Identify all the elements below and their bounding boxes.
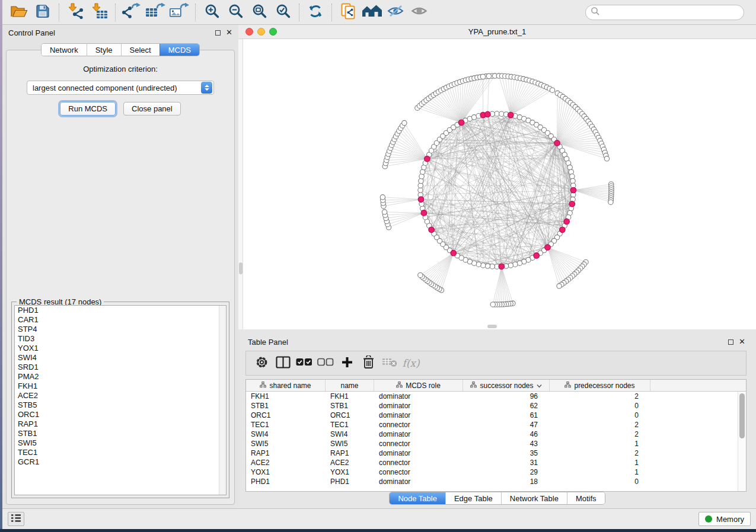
function-builder-button[interactable]: f(x) xyxy=(401,353,420,373)
mcds-hub-node[interactable] xyxy=(569,201,575,207)
mcds-hub-node[interactable] xyxy=(499,264,505,270)
satellite-node[interactable] xyxy=(604,156,609,161)
table-row[interactable]: YOX1YOX1connector291 xyxy=(246,467,746,477)
mcds-result-item[interactable]: SWI4 xyxy=(15,353,226,363)
table-row[interactable]: PHD1PHD1dominator180 xyxy=(246,477,746,486)
satellite-node[interactable] xyxy=(608,200,613,204)
network-left-scrollbar[interactable] xyxy=(238,39,243,329)
table-row[interactable]: TEC1TEC1connector472 xyxy=(246,420,746,430)
export-image-button[interactable] xyxy=(168,2,190,23)
mcds-result-item[interactable]: PHD1 xyxy=(15,306,226,315)
network-node[interactable] xyxy=(418,183,423,188)
close-panel-icon[interactable]: ✕ xyxy=(226,30,232,36)
column-header-shared-name[interactable]: shared name xyxy=(246,380,326,391)
mcds-list-scrollbar[interactable] xyxy=(219,306,226,495)
memory-button[interactable]: Memory xyxy=(698,512,751,526)
column-header-successor-nodes[interactable]: successor nodes xyxy=(463,380,550,391)
deselect-all-button[interactable] xyxy=(316,353,335,373)
satellite-node[interactable] xyxy=(557,284,562,289)
mcds-result-item[interactable]: STB1 xyxy=(15,429,226,438)
show-columns-button[interactable] xyxy=(273,353,292,373)
maximize-window-dot[interactable] xyxy=(269,28,277,36)
hide-style-button[interactable] xyxy=(385,2,406,23)
mcds-result-item[interactable]: SRD1 xyxy=(15,363,226,372)
network-node[interactable] xyxy=(481,263,486,268)
zoom-out-button[interactable] xyxy=(225,2,246,23)
satellite-node[interactable] xyxy=(550,88,554,92)
network-node[interactable] xyxy=(418,188,423,193)
import-network-button[interactable] xyxy=(65,2,86,23)
search-input[interactable] xyxy=(600,7,744,18)
zoom-selected-button[interactable] xyxy=(272,2,294,23)
satellite-node[interactable] xyxy=(418,273,423,277)
mcds-hub-node[interactable] xyxy=(564,219,570,225)
show-hidden-button[interactable] xyxy=(409,2,430,23)
mcds-result-item[interactable]: SWI5 xyxy=(15,438,226,448)
search-box[interactable] xyxy=(585,5,744,20)
mcds-result-item[interactable]: TEC1 xyxy=(15,448,226,457)
tab-edge-table[interactable]: Edge Table xyxy=(445,492,501,504)
satellite-node[interactable] xyxy=(380,195,385,200)
minimize-window-dot[interactable] xyxy=(257,28,265,36)
table-row[interactable]: FKH1FKH1dominator962 xyxy=(246,392,746,401)
mcds-result-item[interactable]: GCR1 xyxy=(15,457,226,467)
network-hscroll-thumb[interactable] xyxy=(487,325,497,328)
mcds-result-item[interactable]: FKH1 xyxy=(15,382,226,391)
mcds-result-item[interactable]: RAP1 xyxy=(15,419,226,429)
export-table-button[interactable] xyxy=(145,2,166,23)
network-node[interactable] xyxy=(485,264,490,268)
mcds-hub-node[interactable] xyxy=(554,140,560,146)
select-all-button[interactable] xyxy=(295,353,314,373)
network-node[interactable] xyxy=(499,111,504,116)
network-canvas[interactable] xyxy=(243,39,756,329)
mcds-hub-node[interactable] xyxy=(429,227,435,233)
task-history-button[interactable] xyxy=(8,512,24,526)
network-node[interactable] xyxy=(495,111,499,116)
mcds-hub-node[interactable] xyxy=(560,227,566,233)
satellite-node[interactable] xyxy=(382,210,387,214)
mcds-hub-node[interactable] xyxy=(451,250,457,256)
close-table-panel-icon[interactable]: ✕ xyxy=(739,339,745,345)
table-row[interactable]: ACE2ACE2connector311 xyxy=(246,458,746,467)
network-node[interactable] xyxy=(419,178,423,183)
close-panel-button[interactable]: Close panel xyxy=(123,102,181,116)
network-node[interactable] xyxy=(570,174,575,179)
network-node[interactable] xyxy=(490,264,495,269)
mcds-hub-node[interactable] xyxy=(508,112,513,118)
network-graph[interactable] xyxy=(243,39,756,329)
home-button[interactable] xyxy=(361,2,382,23)
mcds-result-item[interactable]: ACE2 xyxy=(15,391,226,400)
mcds-hub-node[interactable] xyxy=(421,210,427,216)
mcds-result-item[interactable]: PMA2 xyxy=(15,372,226,382)
tab-motifs[interactable]: Motifs xyxy=(567,492,605,504)
satellite-node[interactable] xyxy=(490,302,495,307)
tab-mcds[interactable]: MCDS xyxy=(160,44,199,56)
tab-style[interactable]: Style xyxy=(87,44,121,56)
table-row[interactable]: RAP1RAP1dominator352 xyxy=(246,448,746,458)
table-row[interactable]: SWI5SWI5connector431 xyxy=(246,439,746,448)
column-header-name[interactable]: name xyxy=(326,380,374,391)
export-network-button[interactable] xyxy=(121,2,142,23)
close-window-dot[interactable] xyxy=(245,28,253,36)
open-file-button[interactable] xyxy=(8,2,30,23)
mcds-hub-node[interactable] xyxy=(485,111,491,117)
mcds-hub-node[interactable] xyxy=(458,120,464,126)
tab-select[interactable]: Select xyxy=(121,44,160,56)
zoom-fit-button[interactable] xyxy=(248,2,270,23)
mcds-result-item[interactable]: CAR1 xyxy=(15,315,226,325)
optimization-criterion-select[interactable]: largest connected component (undirected) xyxy=(27,81,214,95)
mcds-hub-node[interactable] xyxy=(534,253,540,259)
mcds-result-item[interactable]: TID3 xyxy=(15,334,226,344)
float-table-panel-icon[interactable] xyxy=(728,339,733,345)
new-network-button[interactable] xyxy=(337,2,359,23)
tab-network[interactable]: Network xyxy=(42,44,87,56)
save-session-button[interactable] xyxy=(32,2,53,23)
add-column-button[interactable] xyxy=(337,353,356,373)
tab-node-table[interactable]: Node Table xyxy=(390,492,445,504)
table-scrollbar[interactable] xyxy=(738,392,746,491)
network-node[interactable] xyxy=(419,174,424,179)
mcds-hub-node[interactable] xyxy=(545,245,551,251)
table-row[interactable]: ORC1ORC1dominator610 xyxy=(246,411,746,420)
delete-table-button[interactable] xyxy=(380,353,399,373)
mcds-result-item[interactable]: YOX1 xyxy=(15,344,226,353)
